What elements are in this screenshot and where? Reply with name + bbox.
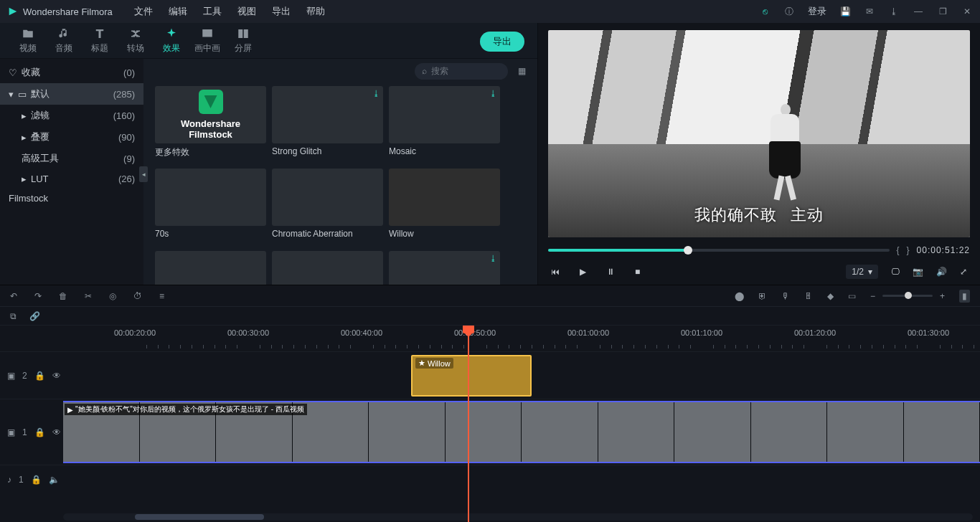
- ruler-tick: 00:01:20:00: [794, 328, 836, 337]
- window-restore-icon[interactable]: ❐: [937, 6, 948, 17]
- fullscreen-icon[interactable]: ⤢: [960, 267, 967, 277]
- loop-out-icon[interactable]: }: [907, 245, 910, 255]
- tab-audio[interactable]: 音频: [46, 27, 82, 54]
- preview-subtitle: 我的确不敢 主动: [548, 204, 970, 226]
- track-type-icon: ▣: [7, 371, 15, 381]
- effect-card-strong-glitch[interactable]: ⭳ Strong Glitch: [272, 86, 383, 161]
- playhead[interactable]: [468, 326, 469, 522]
- ruler-tick: 00:00:40:00: [341, 328, 382, 337]
- link-icon[interactable]: 🔗: [29, 311, 40, 321]
- export-button[interactable]: 导出: [480, 32, 524, 52]
- sparkle-icon: [165, 27, 178, 40]
- tab-split[interactable]: 分屏: [225, 27, 261, 54]
- backward-icon[interactable]: ⏮: [551, 267, 560, 277]
- volume-icon[interactable]: 🔊: [936, 267, 947, 277]
- zoom-out-icon[interactable]: −: [870, 291, 875, 301]
- timeline-clip-effect[interactable]: ★Willow: [411, 355, 532, 397]
- effect-card-chromatic[interactable]: Chromatic Aberration: [272, 169, 383, 244]
- track-index: 1: [19, 475, 24, 485]
- star-icon: ★: [418, 359, 425, 368]
- color-icon[interactable]: ⬤: [735, 291, 744, 301]
- headset-icon[interactable]: ⎋: [759, 6, 771, 17]
- undo-icon[interactable]: ↶: [10, 291, 17, 301]
- info-icon[interactable]: ⓘ: [783, 6, 795, 17]
- effect-card-extra-1[interactable]: [155, 251, 266, 285]
- menu-view[interactable]: 视图: [237, 5, 256, 18]
- preview-video[interactable]: 我的确不敢 主动: [548, 30, 970, 237]
- lock-icon[interactable]: 🔒: [31, 475, 42, 485]
- keyframe-icon[interactable]: ◆: [827, 291, 834, 301]
- menu-help[interactable]: 帮助: [306, 5, 325, 18]
- grid-view-icon[interactable]: ▦: [518, 66, 526, 76]
- search-placeholder: 搜索: [431, 65, 448, 77]
- pause-icon[interactable]: ⏸: [606, 267, 615, 277]
- stop-icon[interactable]: ■: [635, 267, 640, 277]
- menu-export[interactable]: 导出: [272, 5, 291, 18]
- zoom-ratio-dropdown[interactable]: 1/2▾: [846, 265, 878, 279]
- save-icon[interactable]: 💾: [839, 6, 851, 17]
- download-icon[interactable]: ⭳: [888, 6, 900, 17]
- tab-pip[interactable]: 画中画: [189, 27, 225, 54]
- track-manager-icon[interactable]: ⧉: [10, 311, 17, 321]
- text-icon: [93, 27, 106, 40]
- lock-icon[interactable]: 🔒: [34, 427, 45, 437]
- sidebar-item-favorites[interactable]: ♡收藏 (0): [0, 62, 143, 83]
- speed-icon[interactable]: ⏱: [133, 291, 142, 301]
- timeline-scrollbar[interactable]: [63, 513, 973, 521]
- ruler-tick: 00:01:00:00: [567, 328, 609, 337]
- music-note-icon: [57, 27, 70, 40]
- sidebar-item-lut[interactable]: ▸LUT (26): [0, 169, 143, 189]
- sidebar-item-advanced[interactable]: 高级工具 (9): [0, 148, 143, 169]
- mixer-icon[interactable]: 🎚: [804, 291, 813, 301]
- sidebar-item-filmstock[interactable]: Filmstock: [0, 189, 143, 208]
- loop-in-icon[interactable]: {: [897, 245, 900, 255]
- visibility-icon[interactable]: 👁: [52, 371, 61, 381]
- heart-icon: ♡: [9, 67, 17, 78]
- redo-icon[interactable]: ↷: [34, 291, 42, 301]
- filmstock-logo-icon: [199, 90, 223, 114]
- effect-card-extra-3[interactable]: ⭳: [389, 251, 500, 285]
- timeline-clip-video[interactable]: ▶"她美颜·铁粉不气"对你后的视频，这个俄罗斯女孩不是出现了 - 西瓜视频: [63, 401, 980, 463]
- effect-card-70s[interactable]: 70s: [155, 169, 266, 244]
- menu-edit[interactable]: 编辑: [169, 5, 187, 18]
- sidebar-collapse-button[interactable]: ◂: [139, 166, 148, 182]
- zoom-slider[interactable]: [882, 295, 933, 297]
- marker-icon[interactable]: ⛨: [758, 291, 767, 301]
- zoom-in-icon[interactable]: +: [940, 291, 945, 301]
- visibility-icon[interactable]: 👁: [52, 427, 61, 437]
- seek-bar[interactable]: [548, 249, 890, 252]
- tab-video[interactable]: 视频: [10, 27, 46, 54]
- sidebar-item-overlay[interactable]: ▸叠覆 (90): [0, 126, 143, 148]
- chevron-down-icon: ▾: [9, 89, 14, 100]
- preview-timecode: 00:00:51:22: [917, 245, 970, 255]
- effect-card-filmstock[interactable]: Wondershare Filmstock 更多特效: [155, 86, 266, 161]
- effect-card-extra-2[interactable]: [272, 251, 383, 285]
- tab-transition[interactable]: 转场: [118, 27, 154, 54]
- mic-icon[interactable]: 🎙: [781, 291, 790, 301]
- timeline-ruler[interactable]: 00:00:20:0000:00:30:0000:00:40:0000:00:5…: [63, 326, 980, 351]
- effect-card-willow[interactable]: Willow: [389, 169, 500, 244]
- window-close-icon[interactable]: ✕: [961, 6, 973, 17]
- snapshot-icon[interactable]: 📷: [913, 267, 923, 277]
- render-icon[interactable]: ▭: [848, 291, 856, 301]
- tab-effect[interactable]: 效果: [154, 27, 189, 54]
- settings-icon[interactable]: ≡: [159, 291, 164, 301]
- cut-icon[interactable]: ✂: [85, 291, 92, 301]
- mail-icon[interactable]: ✉: [864, 6, 875, 17]
- delete-icon[interactable]: 🗑: [59, 291, 67, 301]
- display-icon[interactable]: 🖵: [891, 267, 900, 277]
- window-minimize-icon[interactable]: —: [913, 6, 924, 17]
- effect-card-mosaic[interactable]: ⭳ Mosaic: [389, 86, 500, 161]
- crop-icon[interactable]: ◎: [109, 291, 116, 301]
- login-button[interactable]: 登录: [808, 5, 826, 18]
- sidebar-item-default[interactable]: ▾▭默认 (285): [0, 83, 143, 105]
- timeline-fit-icon[interactable]: ▮: [959, 290, 970, 303]
- sidebar-item-filter[interactable]: ▸滤镜 (160): [0, 105, 143, 126]
- tab-title[interactable]: 标题: [82, 27, 118, 54]
- lock-icon[interactable]: 🔒: [34, 371, 45, 381]
- menu-tools[interactable]: 工具: [203, 5, 222, 18]
- menu-file[interactable]: 文件: [134, 5, 153, 18]
- play-icon[interactable]: ▶: [580, 267, 586, 277]
- search-input[interactable]: ⌕ 搜索: [415, 63, 508, 80]
- mute-icon[interactable]: 🔈: [49, 475, 60, 485]
